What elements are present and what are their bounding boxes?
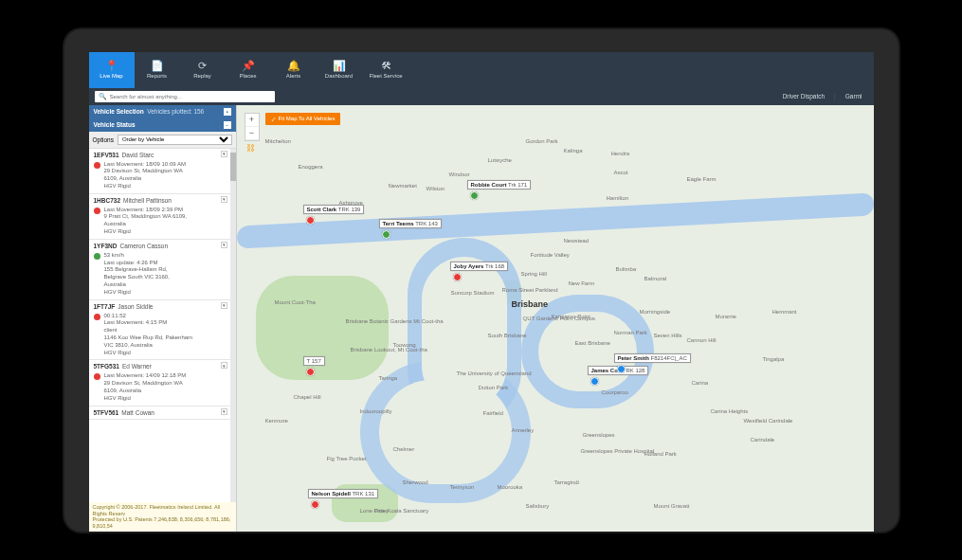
map-place-label: Salisbury — [526, 503, 550, 509]
vehicle-marker-label[interactable]: Nelson Spidell TRK 131 — [308, 489, 379, 498]
vehicle-marker-label[interactable]: T 157 — [303, 356, 325, 366]
map-place-label: Lone Pine Koala Sanctuary — [360, 508, 429, 514]
map-place-label: Lutwyche — [488, 157, 512, 163]
map-place-label: Sherwood — [403, 479, 428, 485]
expand-icon[interactable]: ▾ — [221, 196, 227, 203]
zoom-in-button[interactable]: + — [245, 114, 259, 127]
map-place-label: Dutton Park — [479, 385, 509, 390]
vehicle-item[interactable]: ▾ 5TFG531 Ed Warner Last Movement: 14/09… — [89, 360, 230, 406]
vehicle-pin-icon[interactable] — [470, 191, 479, 200]
map-place-label: Greenslopes — [583, 432, 615, 438]
expand-icon[interactable]: ▾ — [221, 242, 227, 248]
vehicle-pin-icon[interactable] — [311, 500, 319, 509]
vehicle-details: Last Movement: 18/09 2:39 PM9 Pratt Ct, … — [104, 207, 188, 236]
vehicle-pin-icon[interactable] — [453, 273, 462, 281]
sidebar: Vehicle Selection Vehicles plotted: 156 … — [89, 105, 237, 532]
map-place-label: Newmarket — [389, 183, 417, 189]
map-place-label: Morningside — [640, 309, 671, 315]
laptop-frame: 📍 Live Map 📄 Reports ⟳ Replay 📌 Places 🔔… — [64, 29, 898, 532]
vehicle-pin-icon[interactable] — [617, 365, 626, 373]
vehicle-item[interactable]: ▾ 1EFV531 David Starc Last Movement: 18/… — [89, 149, 230, 194]
vehicle-reg: 5TFG531 — [94, 363, 119, 370]
vehicle-marker-label[interactable]: Peter Smith F8214FC|_AC — [614, 353, 691, 363]
map-place-label: Tennyson — [450, 484, 475, 490]
vehicle-marker-label[interactable]: Joby Ayers Trk 168 — [450, 262, 509, 271]
search-row: 🔍 Driver Dispatch | Garmi — [89, 88, 874, 105]
pegman-icon[interactable]: ⛓ — [246, 143, 255, 153]
vehicle-marker-label[interactable]: Scott Clark TRK 139 — [303, 205, 365, 214]
vehicle-details: Last Movement: 18/09 10:09 AM29 Davison … — [104, 161, 186, 190]
driver-name: Matt Cowan — [121, 409, 154, 416]
vehicle-item[interactable]: ▾ 1HBC732 Mitchell Pattinson Last Moveme… — [89, 194, 230, 240]
map-place-label: Chelmer — [393, 446, 415, 452]
map-place-label: Tarragindi — [554, 479, 579, 485]
vehicle-pin-icon[interactable] — [306, 216, 315, 225]
fit-map-button[interactable]: ⤢ Fit Map To All Vehicles — [265, 113, 341, 125]
vehicle-item[interactable]: ▾ 1FT7JF Jason Siddle 00:11:52Last Movem… — [89, 300, 230, 361]
driver-name: Mitchell Pattinson — [123, 197, 172, 204]
garmin-link[interactable]: Garmi — [845, 93, 862, 99]
status-dot-icon — [94, 373, 100, 380]
vehicle-pin-icon[interactable] — [590, 377, 599, 386]
nav-alerts[interactable]: 🔔 Alerts — [271, 52, 317, 88]
copyright-line: Copyright © 2006-2017. Fleetmatics Irela… — [93, 504, 232, 516]
nav-dashboard[interactable]: 📊 Dashboard — [317, 52, 362, 88]
map-area[interactable]: + − ⛓ ⤢ Fit Map To All Vehicles Gordon P… — [237, 105, 874, 532]
vehicle-selection-header[interactable]: Vehicle Selection Vehicles plotted: 156 … — [89, 105, 236, 118]
map-place-label: South Brisbane — [488, 333, 527, 338]
nav-reports[interactable]: 📄 Reports — [135, 52, 180, 88]
search-box[interactable]: 🔍 — [95, 91, 275, 102]
scrollbar[interactable] — [230, 149, 236, 503]
vehicle-marker-label[interactable]: Terri Teems TRK 143 — [379, 219, 442, 228]
vehicle-reg: 1HBC732 — [94, 197, 121, 204]
vehicle-list[interactable]: ▾ 1EFV531 David Starc Last Movement: 18/… — [89, 149, 230, 503]
map-place-label: Mount Coot-Tha — [275, 299, 316, 305]
collapse-icon[interactable]: ▪ — [224, 108, 231, 116]
nav-label: Places — [239, 73, 256, 79]
search-icon: 🔍 — [99, 93, 107, 100]
nav-live-map[interactable]: 📍 Live Map — [89, 52, 135, 88]
map-place-label: Hemmant — [772, 309, 797, 315]
map-place-label: Moorooka — [498, 484, 523, 490]
map-place-label: Chapel Hill — [294, 394, 321, 400]
collapse-icon[interactable]: – — [224, 121, 231, 129]
nav-fleet-service[interactable]: 🛠 Fleet Service — [362, 52, 410, 88]
nav-label: Dashboard — [325, 73, 353, 79]
map-place-label: Taringa — [379, 375, 398, 381]
expand-icon[interactable]: ▾ — [221, 151, 227, 157]
driver-dispatch-link[interactable]: Driver Dispatch — [783, 93, 825, 99]
zoom-control: + − — [245, 113, 260, 141]
scrollbar-thumb[interactable] — [230, 153, 236, 181]
wrench-icon: 🛠 — [381, 61, 391, 71]
map-place-label: The University of Queensland — [457, 370, 532, 376]
order-by-select[interactable]: Order by Vehicle — [118, 135, 232, 145]
nav-label: Alerts — [286, 73, 300, 79]
shrink-icon: ⤢ — [271, 116, 276, 122]
map-place-label: New Farm — [569, 280, 595, 286]
vehicle-reg: 1EFV531 — [94, 152, 119, 158]
expand-icon[interactable]: ▾ — [221, 408, 227, 415]
map-place-label: Fig Tree Pocket — [327, 456, 367, 461]
status-dot-icon — [94, 208, 100, 214]
vehicle-marker-label[interactable]: Robbie Court Trk 171 — [467, 180, 532, 190]
map-place-label: Roma Street Parkland — [502, 287, 558, 293]
search-input[interactable] — [110, 94, 271, 99]
vehicle-pin-icon[interactable] — [306, 368, 315, 376]
status-dot-icon — [94, 314, 100, 320]
zoom-out-button[interactable]: − — [245, 127, 259, 140]
footer: Copyright © 2006-2017. Fleetmatics Irela… — [89, 502, 236, 531]
map-place-label: Wilston — [427, 186, 445, 191]
fit-map-label: Fit Map To All Vehicles — [279, 116, 336, 121]
nav-replay[interactable]: ⟳ Replay — [180, 52, 226, 88]
nav-label: Live Map — [100, 73, 122, 79]
expand-icon[interactable]: ▾ — [221, 302, 227, 309]
vehicle-item[interactable]: ▾ 1YF3ND Cameron Casson 53 km/hLast upda… — [89, 240, 230, 300]
expand-icon[interactable]: ▾ — [221, 362, 227, 369]
document-icon: 📄 — [151, 61, 164, 71]
vehicle-pin-icon[interactable] — [382, 230, 390, 239]
map-place-label: Newstead — [564, 238, 590, 244]
map-place-label: Mitchelton — [265, 138, 291, 144]
vehicle-item[interactable]: ▾ 5TFV561 Matt Cowan — [89, 406, 230, 420]
nav-places[interactable]: 📌 Places — [226, 52, 271, 88]
vehicle-status-header[interactable]: Vehicle Status – — [89, 118, 236, 132]
